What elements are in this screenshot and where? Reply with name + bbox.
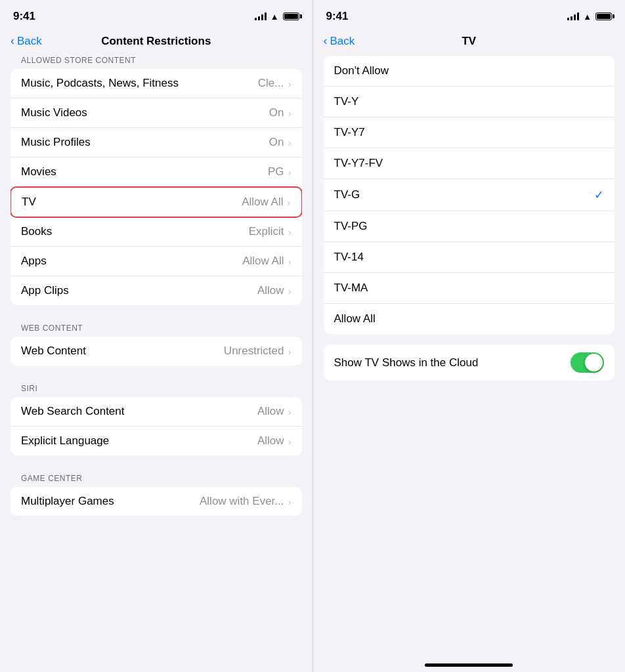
row-explicit-lang[interactable]: Explicit Language Allow ›	[11, 427, 302, 455]
row-value-web-content: Unrestricted	[224, 345, 284, 358]
row-right-app-clips: Allow ›	[257, 284, 291, 297]
chevron-web-content: ›	[288, 346, 291, 357]
back-chevron-left: ‹	[11, 34, 14, 48]
tv-label-allow-all: Allow All	[334, 312, 376, 326]
nav-bar-left: ‹ Back Content Restrictions	[0, 29, 312, 56]
tv-row-g[interactable]: TV-G ✓	[324, 179, 615, 211]
chevron-books: ›	[288, 226, 291, 238]
tv-label-pg: TV-PG	[334, 220, 368, 233]
row-label-explicit-lang: Explicit Language	[21, 434, 109, 448]
tv-cloud-toggle-switch[interactable]	[571, 352, 604, 373]
checkmark-tv-g: ✓	[594, 188, 604, 202]
status-icons-right: ▲	[567, 12, 612, 22]
row-value-music-profiles: On	[269, 136, 284, 149]
row-music-profiles[interactable]: Music Profiles On ›	[11, 128, 302, 158]
row-right-apps: Allow All ›	[242, 255, 291, 268]
section-allowed-store: ALLOWED STORE CONTENT Music, Podcasts, N…	[0, 56, 312, 305]
siri-group: Web Search Content Allow › Explicit Lang…	[11, 397, 302, 455]
row-apps[interactable]: Apps Allow All ›	[11, 247, 302, 276]
tv-row-allow-all[interactable]: Allow All	[324, 304, 615, 334]
row-right-music-profiles: On ›	[269, 136, 291, 149]
row-label-web-search: Web Search Content	[21, 405, 125, 418]
tv-row-ma[interactable]: TV-MA	[324, 273, 615, 304]
nav-bar-right: ‹ Back TV	[313, 29, 626, 56]
row-right-web-content: Unrestricted ›	[224, 345, 291, 358]
page-title-right: TV	[462, 35, 476, 48]
chevron-music-podcasts: ›	[288, 78, 291, 89]
tv-row-dont-allow[interactable]: Don't Allow	[324, 56, 615, 87]
row-web-search[interactable]: Web Search Content Allow ›	[11, 397, 302, 427]
tv-cloud-toggle-row[interactable]: Show TV Shows in the Cloud	[324, 345, 615, 381]
left-panel: 9:41 ▲ ‹ Back Content Restrictions ALLOW…	[0, 0, 312, 672]
row-books[interactable]: Books Explicit ›	[11, 217, 302, 247]
back-chevron-right: ‹	[324, 34, 328, 48]
back-label-right: Back	[330, 35, 355, 48]
row-app-clips[interactable]: App Clips Allow ›	[11, 276, 302, 305]
wifi-icon-right: ▲	[583, 12, 592, 22]
tv-label-14: TV-14	[334, 251, 364, 264]
tv-row-y[interactable]: TV-Y	[324, 87, 615, 117]
row-value-explicit-lang: Allow	[257, 434, 284, 448]
section-web-content: WEB CONTENT Web Content Unrestricted ›	[0, 324, 312, 366]
row-multiplayer[interactable]: Multiplayer Games Allow with Ever... ›	[11, 487, 302, 516]
section-label-web: WEB CONTENT	[0, 324, 312, 337]
chevron-multiplayer: ›	[288, 496, 291, 507]
row-label-books: Books	[21, 225, 52, 238]
tv-label-dont-allow: Don't Allow	[334, 64, 389, 77]
battery-icon	[283, 12, 299, 20]
row-right-tv: Allow All ›	[242, 196, 290, 209]
row-label-apps: Apps	[21, 255, 47, 268]
row-value-tv: Allow All	[242, 196, 283, 209]
battery-icon-right	[595, 12, 612, 20]
row-label-music-podcasts: Music, Podcasts, News, Fitness	[21, 77, 179, 90]
row-web-content[interactable]: Web Content Unrestricted ›	[11, 337, 302, 366]
tv-label-y: TV-Y	[334, 95, 359, 108]
chevron-web-search: ›	[288, 406, 291, 417]
row-label-movies: Movies	[21, 165, 56, 178]
chevron-explicit-lang: ›	[288, 436, 291, 447]
row-right-multiplayer: Allow with Ever... ›	[200, 495, 291, 508]
tv-row-pg[interactable]: TV-PG	[324, 211, 615, 242]
tv-cloud-toggle-label: Show TV Shows in the Cloud	[334, 356, 479, 369]
row-tv[interactable]: TV Allow All ›	[11, 186, 302, 218]
row-right-web-search: Allow ›	[257, 405, 291, 418]
row-value-multiplayer: Allow with Ever...	[200, 495, 284, 508]
section-label-siri: SIRI	[0, 384, 312, 397]
status-bar-right: 9:41 ▲	[313, 0, 626, 29]
row-value-apps: Allow All	[242, 255, 284, 268]
signal-icon	[255, 12, 267, 20]
right-panel: 9:41 ▲ ‹ Back TV Don't Allow TV-Y	[313, 0, 626, 672]
section-label-store: ALLOWED STORE CONTENT	[0, 56, 312, 69]
row-value-music-podcasts: Cle...	[258, 77, 284, 90]
row-value-app-clips: Allow	[257, 284, 284, 297]
row-right-movies: PG ›	[268, 165, 291, 178]
tv-row-y7fv[interactable]: TV-Y7-FV	[324, 148, 615, 179]
row-label-web-content: Web Content	[21, 345, 86, 358]
row-music-podcasts[interactable]: Music, Podcasts, News, Fitness Cle... ›	[11, 69, 302, 98]
row-right-explicit-lang: Allow ›	[257, 434, 291, 448]
tv-label-ma: TV-MA	[334, 282, 368, 295]
time-left: 9:41	[13, 10, 35, 23]
store-content-group: Music, Podcasts, News, Fitness Cle... › …	[11, 69, 302, 305]
row-value-books: Explicit	[249, 225, 284, 238]
game-center-group: Multiplayer Games Allow with Ever... ›	[11, 487, 302, 516]
row-right-music-videos: On ›	[269, 106, 291, 119]
row-label-music-videos: Music Videos	[21, 106, 87, 119]
chevron-apps: ›	[288, 256, 291, 267]
chevron-music-profiles: ›	[288, 137, 291, 148]
time-right: 9:41	[326, 10, 349, 23]
row-movies[interactable]: Movies PG ›	[11, 158, 302, 187]
tv-row-y7[interactable]: TV-Y7	[324, 117, 615, 148]
row-right-books: Explicit ›	[249, 225, 291, 238]
signal-icon-right	[567, 12, 579, 20]
chevron-tv: ›	[288, 197, 291, 208]
chevron-music-videos: ›	[288, 108, 291, 119]
tv-row-14[interactable]: TV-14	[324, 242, 615, 273]
status-icons-left: ▲	[255, 12, 299, 22]
row-label-tv: TV	[22, 196, 36, 209]
row-music-videos[interactable]: Music Videos On ›	[11, 98, 302, 128]
home-indicator	[425, 663, 513, 667]
back-button-left[interactable]: ‹ Back	[11, 34, 42, 48]
section-siri: SIRI Web Search Content Allow › Explicit…	[0, 384, 312, 455]
back-button-right[interactable]: ‹ Back	[324, 34, 355, 48]
